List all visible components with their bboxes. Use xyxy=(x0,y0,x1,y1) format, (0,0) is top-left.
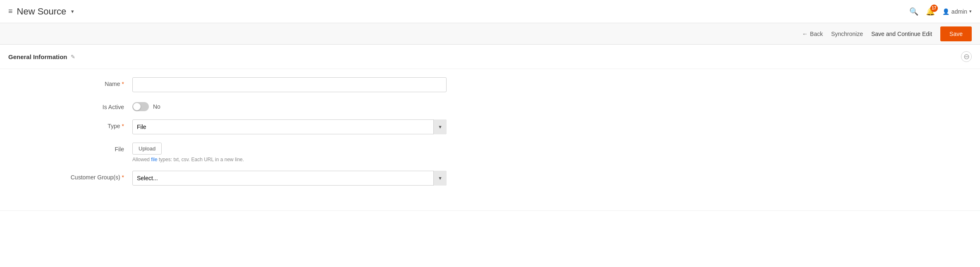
type-label: Type* xyxy=(8,119,132,129)
header-left: ≡ New Source ▾ xyxy=(8,6,74,17)
type-select[interactable]: File URL Manual Input xyxy=(132,119,447,134)
synchronize-button[interactable]: Synchronize xyxy=(831,31,863,37)
customer-groups-row: Customer Group(s)* Select... ▼ xyxy=(0,171,980,186)
main-content: General Information ✎ ⊖ Name* Is Active xyxy=(0,45,980,267)
file-control: Upload Allowed file types: txt, csv. Eac… xyxy=(132,143,447,162)
hamburger-menu-icon[interactable]: ≡ xyxy=(8,7,13,16)
action-bar: ← Back Synchronize Save and Continue Edi… xyxy=(0,23,980,45)
name-required: * xyxy=(122,81,124,87)
section-header: General Information ✎ ⊖ xyxy=(0,45,980,69)
upload-hint-file-link[interactable]: file xyxy=(151,157,157,162)
user-icon: 👤 xyxy=(942,8,949,15)
is-active-label: Is Active xyxy=(8,100,132,110)
admin-label: admin xyxy=(951,8,967,15)
customer-groups-control: Select... ▼ xyxy=(132,171,447,186)
is-active-row: Is Active No xyxy=(0,100,980,111)
section-divider xyxy=(0,210,980,211)
back-button[interactable]: ← Back xyxy=(802,31,823,37)
name-label: Name* xyxy=(8,77,132,87)
file-label: File xyxy=(8,143,132,153)
is-active-no-label: No xyxy=(153,103,160,110)
page-title: New Source xyxy=(17,6,67,17)
top-header: ≡ New Source ▾ 🔍 🔔 17 👤 admin ▾ xyxy=(0,0,980,23)
section-title-wrap: General Information ✎ xyxy=(8,53,75,60)
name-row: Name* xyxy=(0,77,980,92)
form-body: Name* Is Active No xyxy=(0,69,980,210)
type-control: File URL Manual Input ▼ xyxy=(132,119,447,134)
toggle-slider xyxy=(132,102,149,111)
back-label: Back xyxy=(810,31,823,37)
name-input[interactable] xyxy=(132,77,447,92)
customer-groups-label: Customer Group(s)* xyxy=(8,171,132,181)
toggle-wrap: No xyxy=(132,100,447,111)
notification-bell-icon[interactable]: 🔔 17 xyxy=(926,7,935,16)
is-active-control: No xyxy=(132,100,447,111)
section-edit-icon[interactable]: ✎ xyxy=(71,54,75,60)
admin-user-menu[interactable]: 👤 admin ▾ xyxy=(942,8,972,15)
search-icon[interactable]: 🔍 xyxy=(909,7,918,16)
upload-button[interactable]: Upload xyxy=(132,143,162,155)
section-title: General Information xyxy=(8,53,67,60)
header-right: 🔍 🔔 17 👤 admin ▾ xyxy=(909,7,972,16)
save-button[interactable]: Save xyxy=(940,26,972,41)
type-required: * xyxy=(122,123,124,129)
is-active-toggle[interactable] xyxy=(132,102,149,111)
name-control xyxy=(132,77,447,92)
section-collapse-icon[interactable]: ⊖ xyxy=(961,51,972,62)
notification-badge: 17 xyxy=(930,5,938,12)
customer-groups-select-wrap: Select... ▼ xyxy=(132,171,447,186)
save-continue-edit-button[interactable]: Save and Continue Edit xyxy=(871,31,932,37)
upload-hint: Allowed file types: txt, csv. Each URL i… xyxy=(132,157,447,162)
customer-groups-required: * xyxy=(122,174,124,181)
customer-groups-select[interactable]: Select... xyxy=(132,171,447,186)
admin-dropdown-icon: ▾ xyxy=(969,9,972,14)
back-arrow-icon: ← xyxy=(802,31,808,37)
file-row: File Upload Allowed file types: txt, csv… xyxy=(0,143,980,162)
title-dropdown-icon[interactable]: ▾ xyxy=(71,8,74,14)
type-select-wrap: File URL Manual Input ▼ xyxy=(132,119,447,134)
type-row: Type* File URL Manual Input ▼ xyxy=(0,119,980,134)
